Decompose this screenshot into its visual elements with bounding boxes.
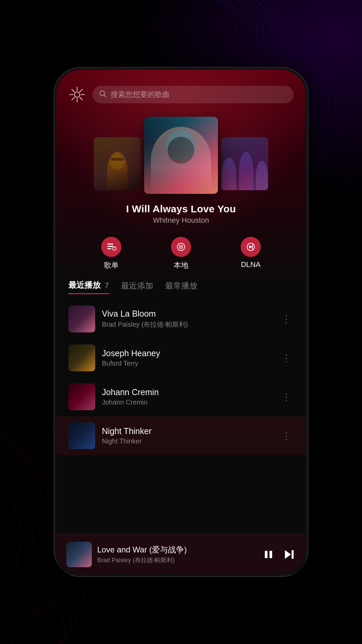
filter-tabs: 最近播放 7 最近添加 最常播放 [56, 277, 306, 300]
song-title-4: Night Thinker [102, 426, 272, 436]
song-thumb-3 [68, 383, 95, 410]
song-item-2[interactable]: Joseph Heaney Buford Terry ⋮ [56, 338, 306, 377]
song-thumb-4 [68, 422, 95, 449]
filter-tab-added[interactable]: 最近添加 [121, 280, 153, 294]
song-artist-2: Buford Terry [102, 360, 272, 367]
header: 搜索您想要的歌曲 [56, 70, 306, 110]
content-scroll[interactable]: 搜索您想要的歌曲 [56, 70, 306, 574]
filter-tab-recent[interactable]: 最近播放 7 [68, 280, 109, 294]
carousel-item-center[interactable] [144, 117, 218, 194]
dlna-icon [241, 237, 261, 257]
song-info-3: Johann Cremin Johann Cremin [102, 387, 272, 406]
pause-button[interactable] [262, 548, 275, 561]
category-tabs: 歌单 本地 [56, 227, 306, 277]
now-playing-info: I Will Always Love You Whitney Houston [56, 199, 306, 227]
song-title-2: Joseph Heaney [102, 348, 272, 358]
svg-rect-12 [107, 246, 113, 247]
svg-rect-11 [107, 244, 113, 245]
more-button-3[interactable]: ⋮ [279, 389, 294, 405]
svg-line-8 [72, 97, 74, 100]
category-local[interactable]: 本地 [171, 237, 191, 270]
svg-rect-22 [269, 551, 272, 558]
song-list: Viva La Bloom Brad Paisley (布拉德·帕斯利) ⋮ J… [56, 300, 306, 502]
more-button-2[interactable]: ⋮ [279, 350, 294, 366]
playback-controls [262, 548, 296, 561]
svg-line-6 [80, 97, 82, 100]
song-artist-3: Johann Cremin [102, 398, 272, 406]
category-playlist-label: 歌单 [104, 260, 119, 270]
now-playing-bar-info: Love and War (爱与战争) Brad Paisley (布拉德·帕斯… [97, 544, 257, 564]
category-dlna[interactable]: DLNA [241, 237, 261, 270]
phone-frame: 搜索您想要的歌曲 [54, 67, 308, 577]
svg-line-10 [104, 95, 106, 97]
svg-point-0 [74, 92, 80, 97]
svg-rect-24 [292, 550, 294, 559]
song-title-3: Johann Cremin [102, 387, 272, 397]
song-artist-1: Brad Paisley (布拉德·帕斯利) [102, 320, 272, 329]
category-playlist[interactable]: 歌单 [101, 237, 121, 270]
song-title: I Will Always Love You [56, 203, 306, 215]
search-icon [99, 90, 107, 99]
search-placeholder: 搜索您想要的歌曲 [111, 90, 170, 100]
song-item-4[interactable]: Night Thinker Night Thinker ⋮ [56, 416, 306, 455]
svg-marker-23 [285, 550, 291, 559]
song-info-1: Viva La Bloom Brad Paisley (布拉德·帕斯利) [102, 309, 272, 329]
song-thumb-2 [68, 344, 95, 371]
now-playing-bar: Love and War (爱与战争) Brad Paisley (布拉德·帕斯… [56, 534, 306, 574]
carousel-item-right[interactable] [221, 137, 268, 190]
carousel-item-left[interactable] [94, 137, 141, 190]
song-artist: Whitney Houston [56, 216, 306, 225]
svg-line-7 [80, 90, 82, 92]
playlist-icon [101, 237, 121, 257]
now-playing-bar-artist: Brad Paisley (布拉德·帕斯利) [97, 556, 257, 564]
category-local-label: 本地 [174, 260, 188, 270]
category-dlna-label: DLNA [241, 260, 261, 269]
svg-rect-21 [265, 551, 267, 558]
phone-screen: 搜索您想要的歌曲 [56, 70, 306, 574]
song-info-4: Night Thinker Night Thinker [102, 426, 272, 445]
now-playing-thumb [66, 542, 92, 567]
svg-point-18 [180, 246, 182, 248]
search-bar[interactable]: 搜索您想要的歌曲 [93, 86, 294, 103]
song-item-3[interactable]: Johann Cremin Johann Cremin ⋮ [56, 377, 306, 416]
local-icon [171, 237, 191, 257]
next-button[interactable] [283, 548, 296, 561]
song-title-1: Viva La Bloom [102, 309, 272, 319]
album-carousel [56, 110, 306, 199]
song-artist-4: Night Thinker [102, 437, 272, 445]
settings-button[interactable] [68, 86, 86, 103]
now-playing-bar-title: Love and War (爱与战争) [97, 544, 257, 555]
song-info-2: Joseph Heaney Buford Terry [102, 348, 272, 367]
song-thumb-1 [68, 306, 95, 332]
more-button-1[interactable]: ⋮ [279, 311, 294, 327]
svg-rect-13 [107, 248, 111, 249]
filter-tab-frequent[interactable]: 最常播放 [165, 280, 197, 294]
song-item-1[interactable]: Viva La Bloom Brad Paisley (布拉德·帕斯利) ⋮ [56, 300, 306, 338]
more-button-4[interactable]: ⋮ [279, 428, 294, 444]
svg-line-5 [72, 90, 74, 92]
